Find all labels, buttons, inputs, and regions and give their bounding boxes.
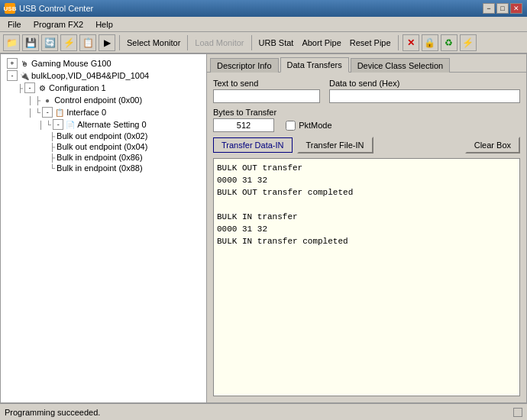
gaming-mouse-label: Gaming Mouse G100 bbox=[31, 59, 112, 68]
text-to-send-input[interactable] bbox=[213, 89, 320, 103]
tree-gaming-mouse[interactable]: + 🖱 Gaming Mouse G100 bbox=[4, 57, 203, 69]
bytes-row: Bytes to Transfer PktMode bbox=[213, 108, 520, 132]
tab-data-transfers[interactable]: Data Transfers bbox=[280, 57, 349, 73]
maximize-button[interactable]: □ bbox=[496, 3, 509, 14]
alt-setting-icon: 📄 bbox=[65, 119, 76, 130]
toolbar-sep-4 bbox=[398, 35, 399, 50]
tree-bulk-in-88[interactable]: └ Bulk in endpoint (0x88) bbox=[4, 163, 203, 173]
bulk-in-86-label: Bulk in endpoint (0x86) bbox=[57, 153, 143, 162]
main-content: + 🖱 Gaming Mouse G100 - 🔌 bulkLoop,VID_0… bbox=[0, 53, 527, 403]
expand-config1[interactable]: - bbox=[24, 82, 35, 93]
clear-box-button[interactable]: Clear Box bbox=[465, 137, 520, 153]
icon-lightning[interactable]: ⚡ bbox=[460, 34, 477, 51]
reset-pipe-label[interactable]: Reset Pipe bbox=[347, 38, 394, 47]
tab-descriptor-info[interactable]: Descriptor Info bbox=[210, 58, 279, 73]
expand-gaming-mouse[interactable]: + bbox=[7, 58, 18, 69]
tree-control-ep[interactable]: │ ├ ● Control endpoint (0x00) bbox=[4, 94, 203, 106]
toolbar-sep-1 bbox=[119, 35, 120, 50]
expand-alt-setting[interactable]: - bbox=[53, 119, 63, 130]
close-button[interactable]: ✕ bbox=[510, 3, 522, 14]
status-indicator bbox=[513, 408, 522, 417]
toolbar-btn-3[interactable]: 🔄 bbox=[41, 34, 58, 51]
status-text: Programming succeeded. bbox=[5, 408, 100, 417]
tab-content-data-transfers: Text to send Data to send (Hex) Bytes to… bbox=[207, 72, 526, 402]
expand-bulkloop[interactable]: - bbox=[7, 70, 18, 81]
tab-device-class-selection[interactable]: Device Class Selection bbox=[351, 58, 451, 73]
bytes-to-transfer-label: Bytes to Transfer bbox=[213, 108, 276, 117]
menu-program-fx2[interactable]: Program FX2 bbox=[29, 19, 88, 30]
config1-icon: ⚙ bbox=[37, 82, 47, 93]
toolbar-btn-6[interactable]: ▶ bbox=[99, 34, 115, 51]
pkt-mode-label: PktMode bbox=[299, 121, 331, 130]
toolbar-btn-2[interactable]: 💾 bbox=[22, 34, 39, 51]
config1-label: Configuration 1 bbox=[49, 83, 106, 92]
right-panel: Descriptor Info Data Transfers Device Cl… bbox=[206, 53, 527, 403]
tab-bar: Descriptor Info Data Transfers Device Cl… bbox=[207, 54, 526, 72]
pkt-mode-checkbox[interactable] bbox=[286, 121, 296, 131]
select-monitor-label[interactable]: Select Monitor bbox=[124, 38, 183, 47]
load-monitor-label: Load Monitor bbox=[192, 38, 247, 47]
tree-config1[interactable]: ├ - ⚙ Configuration 1 bbox=[4, 82, 203, 94]
toolbar-sep-3 bbox=[251, 35, 252, 50]
tree-bulk-out-04[interactable]: ├ Bulk out endpoint (0x04) bbox=[4, 141, 203, 152]
expand-interface0[interactable]: - bbox=[42, 107, 53, 118]
toolbar-sep-2 bbox=[187, 35, 188, 50]
abort-pipe-label[interactable]: Abort Pipe bbox=[299, 38, 344, 47]
transfer-log: BULK OUT transfer 0000 31 32 BULK OUT tr… bbox=[213, 158, 520, 396]
data-to-send-label: Data to send (Hex) bbox=[329, 79, 520, 88]
window-controls: − □ ✕ bbox=[483, 3, 522, 14]
icon-lock[interactable]: 🔒 bbox=[422, 34, 438, 51]
control-ep-label: Control endpoint (0x00) bbox=[54, 95, 142, 105]
bulk-out-04-label: Bulk out endpoint (0x04) bbox=[57, 142, 147, 151]
bulk-out-02-label: Bulk out endpoint (0x02) bbox=[57, 131, 147, 141]
app-icon: USB bbox=[5, 3, 15, 14]
bytes-group: Bytes to Transfer bbox=[213, 108, 276, 132]
interface0-icon: 📋 bbox=[54, 107, 65, 118]
text-to-send-group: Text to send bbox=[213, 79, 320, 103]
status-bar: Programming succeeded. bbox=[0, 403, 527, 420]
title-bar: USB USB Control Center − □ ✕ bbox=[0, 0, 527, 17]
device-tree-panel: + 🖱 Gaming Mouse G100 - 🔌 bulkLoop,VID_0… bbox=[0, 53, 206, 403]
bulkloop-icon: 🔌 bbox=[19, 70, 30, 81]
data-to-send-group: Data to send (Hex) bbox=[329, 79, 520, 103]
menu-help[interactable]: Help bbox=[91, 19, 118, 30]
window-title: USB Control Center bbox=[19, 4, 93, 13]
toolbar: 📁 💾 🔄 ⚡ 📋 ▶ Select Monitor Load Monitor … bbox=[0, 32, 527, 53]
tree-bulk-in-86[interactable]: ├ Bulk in endpoint (0x86) bbox=[4, 152, 203, 163]
alt-setting-label: Alternate Setting 0 bbox=[77, 120, 147, 129]
tree-alt-setting[interactable]: │ └ - 📄 Alternate Setting 0 bbox=[4, 118, 203, 131]
data-to-send-input[interactable] bbox=[329, 89, 520, 103]
menu-file[interactable]: File bbox=[3, 19, 26, 30]
minimize-button[interactable]: − bbox=[483, 3, 495, 14]
pkt-mode-group: PktMode bbox=[286, 121, 331, 131]
action-buttons-row: Transfer Data-IN Transfer File-IN Clear … bbox=[213, 137, 520, 153]
tree-bulk-out-02[interactable]: ├ Bulk out endpoint (0x02) bbox=[4, 131, 203, 141]
interface0-label: Interface 0 bbox=[66, 108, 106, 117]
gaming-mouse-icon: 🖱 bbox=[19, 58, 30, 69]
toolbar-btn-1[interactable]: 📁 bbox=[3, 34, 20, 51]
control-ep-icon: ● bbox=[42, 95, 53, 105]
transfer-data-in-button[interactable]: Transfer Data-IN bbox=[213, 137, 293, 153]
urb-stat-label[interactable]: URB Stat bbox=[256, 38, 297, 47]
bytes-to-transfer-input[interactable] bbox=[213, 118, 274, 132]
bulk-in-88-label: Bulk in endpoint (0x88) bbox=[57, 163, 143, 173]
tree-interface0[interactable]: │ └ - 📋 Interface 0 bbox=[4, 106, 203, 118]
icon-x-red[interactable]: ✕ bbox=[403, 34, 419, 51]
menu-bar: File Program FX2 Help bbox=[0, 17, 527, 32]
tree-bulkloop[interactable]: - 🔌 bulkLoop,VID_04B4&PID_1004 bbox=[4, 69, 203, 82]
toolbar-btn-4[interactable]: ⚡ bbox=[60, 34, 77, 51]
transfer-file-in-button[interactable]: Transfer File-IN bbox=[297, 137, 373, 153]
inputs-row: Text to send Data to send (Hex) bbox=[213, 79, 520, 103]
toolbar-btn-5[interactable]: 📋 bbox=[79, 34, 96, 51]
icon-recycle[interactable]: ♻ bbox=[441, 34, 457, 51]
bulkloop-label: bulkLoop,VID_04B4&PID_1004 bbox=[31, 71, 149, 80]
text-to-send-label: Text to send bbox=[213, 79, 320, 88]
